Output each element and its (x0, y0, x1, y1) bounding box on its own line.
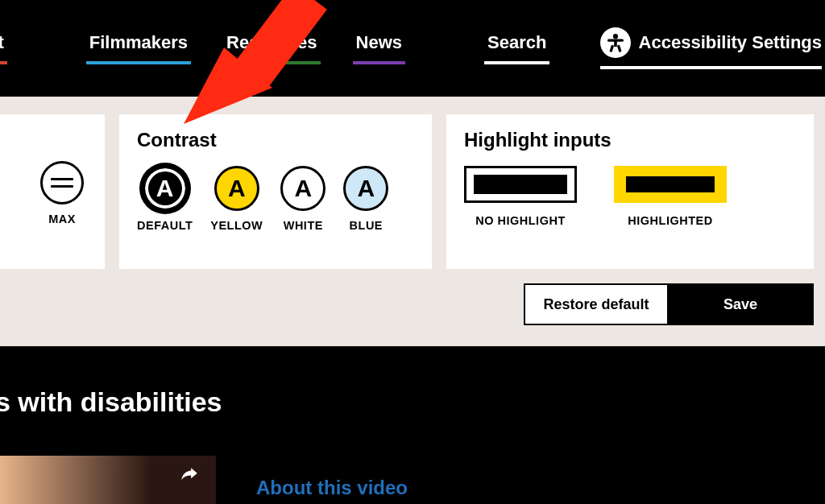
nav-label: News (356, 32, 402, 52)
svg-rect-2 (614, 39, 617, 47)
panel-buttons: Restore default Save (524, 283, 814, 325)
max-icon (40, 161, 84, 204)
contrast-option-default[interactable]: A DEFAULT (137, 166, 193, 232)
nav-item-filmmakers[interactable]: Filmmakers (86, 26, 191, 71)
nav-item-news[interactable]: News (353, 26, 405, 71)
nav-item-search[interactable]: Search (484, 26, 549, 71)
nav-label: Resources (226, 32, 317, 52)
restore-default-button[interactable]: Restore default (524, 283, 669, 325)
highlight-option-none[interactable]: NO HIGHLIGHT (464, 166, 577, 227)
svg-rect-4 (616, 45, 621, 53)
contrast-option-yellow[interactable]: A YELLOW (210, 166, 263, 232)
highlight-option-highlighted[interactable]: HIGHLIGHTED (614, 166, 727, 227)
nav-item-about[interactable]: ut (0, 26, 7, 71)
highlighted-swatch-icon (614, 166, 727, 203)
save-button[interactable]: Save (669, 283, 814, 325)
option-label: MAX (48, 213, 76, 225)
option-max[interactable]: MAX (40, 161, 84, 225)
top-nav: ut Filmmakers Resources News Search (0, 0, 825, 97)
contrast-swatch-white-icon: A (280, 166, 325, 211)
accessibility-icon (600, 27, 631, 58)
no-highlight-swatch-icon (464, 166, 577, 203)
accessibility-settings-label: Accessibility Settings (639, 32, 822, 53)
nav-underline (86, 61, 191, 64)
contrast-option-white[interactable]: A WHITE (280, 166, 325, 232)
lower-section: s with disabilities About this video (0, 346, 825, 504)
about-this-video-heading: About this video (256, 477, 408, 499)
settings-card-highlight: Highlight inputs NO HIGHLIGHT HIGHLIGHTE… (446, 114, 814, 269)
option-label: DEFAULT (137, 219, 193, 232)
svg-rect-3 (609, 45, 614, 53)
option-label: NO HIGHLIGHT (475, 214, 566, 227)
nav-underline (353, 61, 405, 64)
nav-label: Search (487, 32, 546, 52)
option-label: WHITE (284, 219, 323, 232)
contrast-swatch-yellow-icon: A (214, 166, 259, 211)
nav-item-resources[interactable]: Resources (223, 26, 321, 71)
option-label: HIGHLIGHTED (628, 214, 712, 227)
option-label: BLUE (350, 219, 383, 232)
nav-underline (0, 61, 7, 64)
headline-fragment: s with disabilities (0, 386, 222, 418)
settings-card-contrast: Contrast A DEFAULT A YELLOW A WHITE A BL… (119, 114, 432, 269)
nav-underline (223, 61, 321, 64)
option-label: YELLOW (210, 219, 263, 232)
contrast-option-blue[interactable]: A BLUE (343, 166, 388, 232)
accessibility-settings-link[interactable]: Accessibility Settings (600, 21, 822, 76)
nav-underline (484, 61, 549, 64)
card-title: Highlight inputs (464, 129, 796, 151)
card-title: Contrast (137, 129, 414, 151)
nav-label: ut (0, 32, 4, 52)
nav-label: Filmmakers (89, 32, 188, 52)
share-icon[interactable] (179, 465, 200, 491)
button-label: Restore default (543, 296, 649, 313)
accessibility-settings-panel: MAX Contrast A DEFAULT A YELLOW A WHITE (0, 97, 825, 346)
contrast-swatch-blue-icon: A (343, 166, 388, 211)
settings-card-partial: MAX (0, 114, 105, 269)
contrast-swatch-default-icon: A (143, 166, 188, 211)
button-label: Save (723, 296, 757, 313)
nav-underline (600, 66, 822, 69)
svg-point-0 (612, 34, 617, 39)
